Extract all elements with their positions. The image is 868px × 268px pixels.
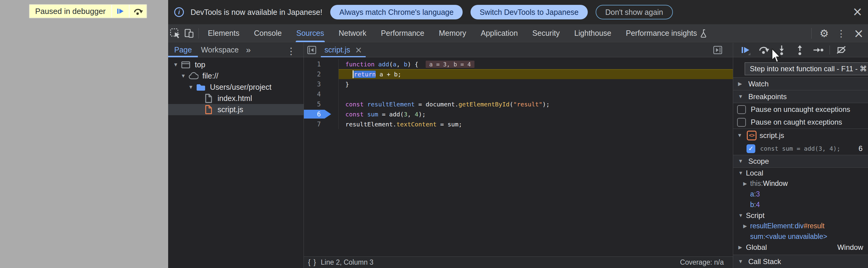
code-line-2[interactable]: 2 return a + b; [304, 69, 733, 79]
scope-row-this[interactable]: ▶this: Window [733, 178, 868, 189]
gutter-line-6[interactable]: 6 [304, 109, 339, 119]
dont-show-again-button[interactable]: Don't show again [596, 5, 673, 20]
tab-application[interactable]: Application [478, 24, 520, 42]
chevron-right-icon: ▶ [738, 81, 745, 87]
code-editor[interactable]: 1function add(a, b) {a = 3, b = 42 retur… [304, 58, 733, 257]
section-breakpoints[interactable]: ▼ Breakpoints [733, 90, 868, 103]
section-scope[interactable]: ▼ Scope [733, 155, 868, 168]
collapse-navigator-icon[interactable] [304, 43, 320, 57]
collapse-debugger-sidebar-icon[interactable] [710, 43, 725, 57]
device-toolbar-icon[interactable] [182, 26, 196, 40]
code-line-4[interactable]: 4 [304, 89, 733, 99]
infobar-close-icon[interactable]: × [852, 5, 863, 18]
chevron-right-icon[interactable]: ▶ [743, 223, 747, 229]
scope-row-sum[interactable]: sum: <value unavailable> [733, 231, 868, 242]
more-options-kebab-icon[interactable]: ⋮ [836, 28, 845, 39]
breakpoint-code-label: const sum = add(3, 4); [760, 145, 840, 152]
code-line-6[interactable]: 6const sum = add(3, 4); [304, 109, 733, 119]
gutter-line-4[interactable]: 4 [304, 89, 339, 99]
gutter-line-1[interactable]: 1 [304, 59, 339, 69]
tree-item-top[interactable]: ▼top [168, 59, 304, 70]
info-icon: i [174, 7, 184, 17]
tree-item-label: script.js [218, 105, 243, 114]
tab-performance-insights[interactable]: Performance insights [623, 24, 710, 42]
paused-in-debugger-banner: Paused in debugger [29, 4, 147, 18]
scope-row-script[interactable]: ▼Script [733, 210, 868, 221]
resume-script-execution-button[interactable] [737, 43, 753, 57]
code-line-1[interactable]: 1function add(a, b) {a = 3, b = 4 [304, 59, 733, 69]
section-watch[interactable]: ▶ Watch [733, 77, 868, 90]
step-button[interactable] [810, 43, 826, 57]
pause-caught-checkbox[interactable] [737, 118, 746, 127]
tab-lighthouse[interactable]: Lighthouse [572, 24, 614, 42]
inspect-element-icon[interactable] [168, 26, 182, 40]
breakpoint-entry[interactable]: ✓ const sum = add(3, 4); 6 [733, 142, 868, 155]
line-number[interactable]: 2 [317, 71, 338, 78]
editor-tab-close-icon[interactable]: × [355, 45, 362, 55]
devtools-window: i DevTools is now available in Japanese!… [168, 0, 868, 268]
chevron-down-icon[interactable]: ▼ [172, 62, 180, 68]
line-number[interactable]: 7 [317, 121, 338, 128]
section-call-stack[interactable]: ▼ Call Stack [733, 255, 868, 268]
tree-item-file-[interactable]: ▼file:// [168, 70, 304, 82]
step-over-next-call-button[interactable] [755, 43, 771, 57]
pause-uncaught-checkbox[interactable] [737, 105, 746, 114]
tab-workspace[interactable]: Workspace [198, 43, 242, 57]
scope-row-a[interactable]: a: 3 [733, 189, 868, 200]
code-line-3[interactable]: 3} [304, 79, 733, 89]
line-number[interactable]: 1 [317, 61, 338, 68]
scope-section-label: Scope [748, 157, 769, 166]
tab-network[interactable]: Network [336, 24, 369, 42]
pause-caught-exceptions-row[interactable]: Pause on caught exceptions [733, 116, 868, 128]
pause-uncaught-exceptions-row[interactable]: Pause on uncaught exceptions [733, 103, 868, 116]
cloud-icon [187, 71, 199, 81]
tab-security[interactable]: Security [530, 24, 562, 42]
gutter-line-3[interactable]: 3 [304, 79, 339, 89]
step-out-button[interactable] [792, 43, 808, 57]
tab-elements[interactable]: Elements [206, 24, 242, 42]
scope-row-b[interactable]: b: 4 [733, 200, 868, 210]
scope-row-local[interactable]: ▼Local [733, 168, 868, 178]
code-line-5[interactable]: 5const resultElement = document.getEleme… [304, 99, 733, 109]
settings-gear-icon[interactable]: ⚙ [819, 27, 829, 39]
breakpoint-file-group[interactable]: ▼ <> script.js [733, 129, 868, 142]
chevron-down-icon[interactable]: ▼ [738, 213, 743, 218]
tab-page[interactable]: Page [171, 43, 195, 57]
deactivate-breakpoints-button[interactable] [833, 43, 849, 57]
tab-performance[interactable]: Performance [378, 24, 427, 42]
scope-row-resultelement[interactable]: ▶resultElement: div#result [733, 221, 868, 231]
tabbar-right-divider [811, 28, 812, 39]
file-tree: ▼top▼file://▼Users/user/projectindex.htm… [168, 57, 304, 115]
tab-memory[interactable]: Memory [436, 24, 468, 42]
gutter-line-2[interactable]: 2 [304, 69, 339, 79]
step-over-button[interactable] [129, 5, 146, 18]
gutter-line-7[interactable]: 7 [304, 119, 339, 129]
close-devtools-icon[interactable]: × [854, 27, 864, 39]
always-match-language-button[interactable]: Always match Chrome's language [330, 5, 463, 20]
debugger-toolbar-divider [830, 46, 830, 55]
tree-item-index-html[interactable]: index.html [168, 93, 304, 104]
pretty-print-icon[interactable]: { } [308, 258, 317, 267]
tab-console[interactable]: Console [251, 24, 284, 42]
chevron-down-icon[interactable]: ▼ [179, 73, 187, 79]
chevron-right-icon[interactable]: ▶ [743, 181, 747, 186]
resume-script-button[interactable] [111, 5, 129, 18]
scope-row-global[interactable]: ▶GlobalWindow [733, 242, 868, 252]
tree-item-users-user-project[interactable]: ▼Users/user/project [168, 82, 304, 93]
navigator-kebab-icon[interactable]: ⋮ [287, 46, 296, 56]
chevron-down-icon[interactable]: ▼ [738, 170, 743, 176]
breakpoint-checkbox[interactable]: ✓ [746, 144, 755, 153]
line-number[interactable]: 3 [317, 81, 338, 88]
line-number[interactable]: 5 [317, 101, 338, 108]
switch-devtools-japanese-button[interactable]: Switch DevTools to Japanese [470, 5, 588, 20]
line-number[interactable]: 4 [317, 91, 338, 98]
chevron-right-icon[interactable]: ▶ [738, 244, 742, 250]
more-tabs-icon[interactable]: » [246, 45, 251, 55]
code-line-7[interactable]: 7resultElement.textContent = sum; [304, 119, 733, 129]
gutter-line-5[interactable]: 5 [304, 99, 339, 109]
editor-tab-script-js[interactable]: script.js × [320, 43, 367, 57]
navigator-pane: Page Workspace » ⋮ ▼top▼file://▼Users/us… [168, 43, 304, 268]
tree-item-script-js[interactable]: script.js [168, 104, 304, 115]
tab-sources[interactable]: Sources [294, 24, 327, 42]
chevron-down-icon[interactable]: ▼ [187, 84, 195, 90]
